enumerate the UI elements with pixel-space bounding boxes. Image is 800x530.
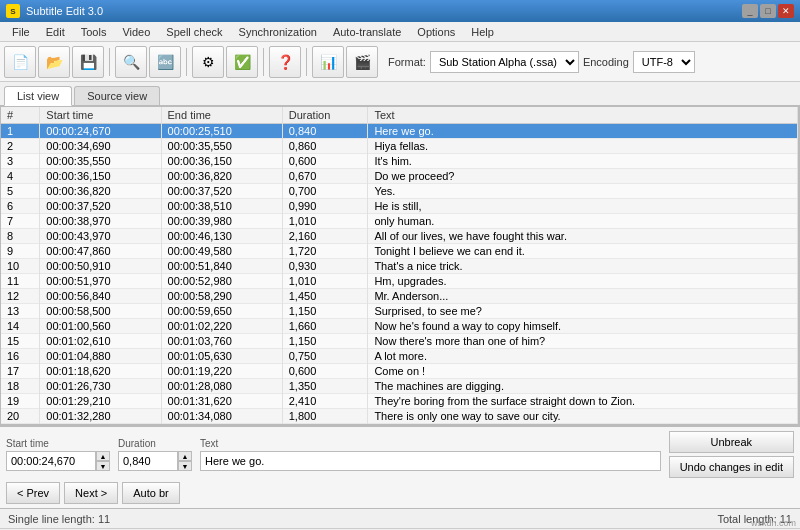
cell-end time: 00:00:51,840 <box>161 259 282 274</box>
table-row[interactable]: 1100:00:51,97000:00:52,9801,010Hm, upgra… <box>1 274 798 289</box>
cell-duration: 0,670 <box>282 169 368 184</box>
app-icon: S <box>6 4 20 18</box>
cell-text: Hiya fellas. <box>368 139 798 154</box>
table-row[interactable]: 1000:00:50,91000:00:51,8400,930That's a … <box>1 259 798 274</box>
cell-start time: 00:00:50,910 <box>40 259 161 274</box>
table-header: #Start timeEnd timeDurationText <box>1 107 798 124</box>
table-row[interactable]: 1700:01:18,62000:01:19,2200,600Come on ! <box>1 364 798 379</box>
next-button[interactable]: Next > <box>64 482 118 504</box>
cell-duration: 1,660 <box>282 319 368 334</box>
table-row[interactable]: 100:00:24,67000:00:25,5100,840Here we go… <box>1 124 798 139</box>
status-bar: Single line length: 11 Total length: 11 <box>0 508 800 528</box>
cell-duration: 1,450 <box>282 289 368 304</box>
menu-item-options[interactable]: Options <box>409 24 463 40</box>
table-row[interactable]: 2000:01:32,28000:01:34,0801,800There is … <box>1 409 798 424</box>
prev-button[interactable]: < Prev <box>6 482 60 504</box>
table-row[interactable]: 1500:01:02,61000:01:03,7601,150Now there… <box>1 334 798 349</box>
cell-duration: 0,600 <box>282 154 368 169</box>
cell-end time: 00:00:35,550 <box>161 139 282 154</box>
cell-#: 17 <box>1 364 40 379</box>
start-time-down[interactable]: ▼ <box>96 461 110 471</box>
toolbar-check-button[interactable]: ✅ <box>226 46 258 78</box>
menu-item-spell-check[interactable]: Spell check <box>158 24 230 40</box>
toolbar-replace-button[interactable]: 🔤 <box>149 46 181 78</box>
toolbar-waveform-button[interactable]: 📊 <box>312 46 344 78</box>
cell-text: Do we proceed? <box>368 169 798 184</box>
cell-duration: 0,600 <box>282 364 368 379</box>
format-select[interactable]: Sub Station Alpha (.ssa) <box>430 51 579 73</box>
duration-down[interactable]: ▼ <box>178 461 192 471</box>
menu-item-help[interactable]: Help <box>463 24 502 40</box>
action-buttons: Unbreak Undo changes in edit <box>669 431 794 478</box>
table-row[interactable]: 900:00:47,86000:00:49,5801,720Tonight I … <box>1 244 798 259</box>
table-row[interactable]: 1600:01:04,88000:01:05,6300,750A lot mor… <box>1 349 798 364</box>
toolbar-format-group: Format: Sub Station Alpha (.ssa) Encodin… <box>388 51 695 73</box>
cell-start time: 00:00:51,970 <box>40 274 161 289</box>
toolbar-search-button[interactable]: 🔍 <box>115 46 147 78</box>
table-row[interactable]: 700:00:38,97000:00:39,9801,010only human… <box>1 214 798 229</box>
col-header-duration: Duration <box>282 107 368 124</box>
cell-text: only human. <box>368 214 798 229</box>
duration-up[interactable]: ▲ <box>178 451 192 461</box>
menu-bar: FileEditToolsVideoSpell checkSynchroniza… <box>0 22 800 42</box>
cell-#: 16 <box>1 349 40 364</box>
menu-item-synchronization[interactable]: Synchronization <box>231 24 325 40</box>
table-row[interactable]: 1400:01:00,56000:01:02,2201,660Now he's … <box>1 319 798 334</box>
cell-duration: 2,160 <box>282 229 368 244</box>
duration-input[interactable] <box>118 451 178 471</box>
col-header-start time: Start time <box>40 107 161 124</box>
table-row[interactable]: 300:00:35,55000:00:36,1500,600It's him. <box>1 154 798 169</box>
cell-text: Hm, upgrades. <box>368 274 798 289</box>
minimize-button[interactable]: _ <box>742 4 758 18</box>
table-row[interactable]: 800:00:43,97000:00:46,1302,160All of our… <box>1 229 798 244</box>
menu-item-edit[interactable]: Edit <box>38 24 73 40</box>
toolbar-video-button[interactable]: 🎬 <box>346 46 378 78</box>
table-row[interactable]: 200:00:34,69000:00:35,5500,860Hiya fella… <box>1 139 798 154</box>
toolbar-settings-button[interactable]: ⚙ <box>192 46 224 78</box>
cell-#: 11 <box>1 274 40 289</box>
text-input[interactable] <box>200 451 661 471</box>
cell-#: 6 <box>1 199 40 214</box>
tab-source-view[interactable]: Source view <box>74 86 160 105</box>
maximize-button[interactable]: □ <box>760 4 776 18</box>
table-row[interactable]: 1900:01:29,21000:01:31,6202,410They're b… <box>1 394 798 409</box>
menu-item-auto-translate[interactable]: Auto-translate <box>325 24 409 40</box>
tab-list-view[interactable]: List view <box>4 86 72 106</box>
toolbar-sep4 <box>306 48 307 76</box>
table-row[interactable]: 600:00:37,52000:00:38,5100,990He is stil… <box>1 199 798 214</box>
close-button[interactable]: ✕ <box>778 4 794 18</box>
menu-item-video[interactable]: Video <box>114 24 158 40</box>
menu-item-file[interactable]: File <box>4 24 38 40</box>
toolbar-help-button[interactable]: ❓ <box>269 46 301 78</box>
start-time-up[interactable]: ▲ <box>96 451 110 461</box>
table-row[interactable]: 1200:00:56,84000:00:58,2901,450Mr. Ander… <box>1 289 798 304</box>
cell-start time: 00:00:24,670 <box>40 124 161 139</box>
duration-label: Duration <box>118 438 192 449</box>
cell-#: 20 <box>1 409 40 424</box>
unbreak-button[interactable]: Unbreak <box>669 431 794 453</box>
cell-#: 14 <box>1 319 40 334</box>
cell-duration: 1,800 <box>282 409 368 424</box>
cell-end time: 00:00:36,150 <box>161 154 282 169</box>
cell-end time: 00:00:52,980 <box>161 274 282 289</box>
cell-text: A lot more. <box>368 349 798 364</box>
undo-changes-button[interactable]: Undo changes in edit <box>669 456 794 478</box>
toolbar-open-button[interactable]: 📂 <box>38 46 70 78</box>
toolbar-new-button[interactable]: 📄 <box>4 46 36 78</box>
cell-#: 1 <box>1 124 40 139</box>
menu-item-tools[interactable]: Tools <box>73 24 115 40</box>
format-label: Format: <box>388 56 426 68</box>
start-time-input[interactable] <box>6 451 96 471</box>
table-row[interactable]: 1300:00:58,50000:00:59,6501,150Surprised… <box>1 304 798 319</box>
table-row[interactable]: 400:00:36,15000:00:36,8200,670Do we proc… <box>1 169 798 184</box>
start-time-input-group: ▲ ▼ <box>6 451 110 471</box>
cell-#: 15 <box>1 334 40 349</box>
cell-start time: 00:00:47,860 <box>40 244 161 259</box>
cell-end time: 00:01:02,220 <box>161 319 282 334</box>
table-row[interactable]: 500:00:36,82000:00:37,5200,700Yes. <box>1 184 798 199</box>
auto-br-button[interactable]: Auto br <box>122 482 179 504</box>
table-row[interactable]: 1800:01:26,73000:01:28,0801,350The machi… <box>1 379 798 394</box>
cell-duration: 1,350 <box>282 379 368 394</box>
encoding-select[interactable]: UTF-8 <box>633 51 695 73</box>
toolbar-save-button[interactable]: 💾 <box>72 46 104 78</box>
